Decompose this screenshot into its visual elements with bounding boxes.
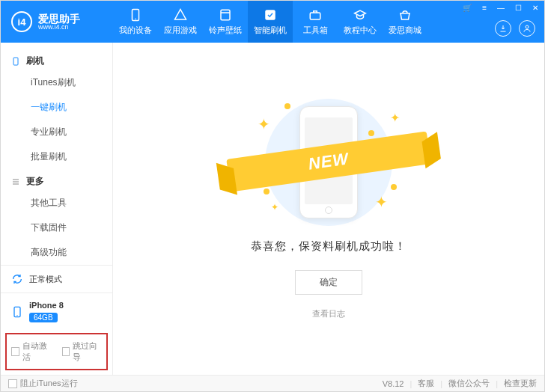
device-icon (11, 306, 23, 318)
nav-toolbox[interactable]: 工具箱 (293, 1, 338, 43)
cart-icon[interactable]: 🛒 (460, 2, 475, 13)
nav-label: 我的设备 (119, 25, 152, 36)
nav-store[interactable]: 爱思商城 (383, 1, 427, 43)
hat-icon (353, 8, 367, 22)
view-log-link[interactable]: 查看日志 (312, 308, 345, 319)
user-icon[interactable] (519, 20, 535, 37)
group-title: 刷机 (26, 55, 44, 67)
header-right (495, 20, 535, 37)
nav-apps[interactable]: 应用游戏 (158, 1, 203, 43)
link-check-update[interactable]: 检查更新 (504, 378, 537, 389)
group-title: 更多 (26, 175, 44, 188)
sidebar-group-more: 更多 (1, 169, 112, 191)
nav-tutorial[interactable]: 教程中心 (338, 1, 383, 43)
svg-point-5 (526, 25, 529, 28)
success-illustration: ✦ ✦ ✦ ✦ NEW (250, 99, 407, 226)
nav-label: 教程中心 (344, 25, 377, 36)
link-wechat[interactable]: 微信公众号 (448, 378, 490, 389)
svg-rect-6 (13, 58, 18, 65)
close-icon[interactable]: ✕ (529, 2, 541, 13)
nav-label: 爱思商城 (389, 25, 421, 36)
device-mode[interactable]: 正常模式 (1, 265, 112, 293)
maximize-icon[interactable]: ☐ (512, 2, 525, 13)
refresh-icon (11, 273, 23, 285)
ok-button[interactable]: 确定 (295, 270, 362, 295)
nav-label: 应用游戏 (164, 25, 197, 36)
store-icon (398, 8, 412, 22)
mode-label: 正常模式 (29, 274, 62, 285)
sidebar-item-itunes-flash[interactable]: iTunes刷机 (1, 70, 112, 95)
sidebar-item-onekey-flash[interactable]: 一键刷机 (1, 95, 112, 120)
checkbox-icon (62, 347, 70, 356)
list-icon (11, 177, 20, 187)
checkbox-block-itunes[interactable]: 阻止iTunes运行 (8, 378, 78, 389)
sidebar: 刷机 iTunes刷机 一键刷机 专业刷机 批量刷机 更多 其他工具 下载固件 … (1, 43, 113, 375)
toolbox-icon (308, 8, 322, 22)
sidebar-item-pro-flash[interactable]: 专业刷机 (1, 120, 112, 144)
checkbox-icon (11, 347, 19, 356)
checkbox-label: 跳过向导 (73, 340, 102, 363)
checkbox-label: 自动激活 (22, 340, 52, 363)
logo-badge: i4 (11, 11, 32, 32)
minimize-icon[interactable]: — (494, 2, 508, 13)
device-name: iPhone 8 (29, 301, 64, 310)
checkbox-skip-guide[interactable]: 跳过向导 (62, 340, 103, 363)
nav-label: 智能刷机 (254, 25, 287, 36)
main-content: ✦ ✦ ✦ ✦ NEW 恭喜您，保资料刷机成功啦！ 确定 查看日志 (113, 43, 544, 375)
svg-rect-3 (265, 10, 275, 20)
nav-label: 铃声壁纸 (209, 25, 242, 36)
checkbox-icon (8, 379, 17, 388)
device-info[interactable]: iPhone 8 64GB (1, 293, 112, 330)
window-controls: 🛒 ≡ — ☐ ✕ (460, 2, 541, 13)
svg-point-1 (135, 18, 136, 19)
storage-badge: 64GB (29, 313, 58, 322)
status-bar: 阻止iTunes运行 V8.12 | 客服 | 微信公众号 | 检查更新 (1, 375, 544, 391)
menu-icon[interactable]: ≡ (479, 2, 490, 13)
link-support[interactable]: 客服 (418, 378, 434, 389)
app-header: i4 爱思助手 www.i4.cn 我的设备 应用游戏 铃声壁纸 智能刷机 工具… (1, 1, 544, 43)
sidebar-group-flash: 刷机 (1, 49, 112, 70)
nav-flash[interactable]: 智能刷机 (248, 1, 293, 43)
ribbon-text: NEW (307, 149, 350, 174)
apps-icon (174, 8, 187, 22)
nav-label: 工具箱 (303, 25, 328, 36)
version-label: V8.12 (383, 379, 404, 388)
star-icon: ✦ (390, 111, 400, 125)
svg-rect-2 (221, 10, 230, 20)
star-icon: ✦ (271, 202, 278, 212)
logo-subtitle: www.i4.cn (38, 24, 80, 31)
checkbox-auto-activate[interactable]: 自动激活 (11, 340, 52, 363)
checkbox-label: 阻止iTunes运行 (20, 378, 78, 389)
svg-point-8 (16, 315, 17, 316)
flash-options-highlight: 自动激活 跳过向导 (5, 333, 108, 370)
sidebar-item-download-fw[interactable]: 下载固件 (1, 215, 112, 240)
top-nav: 我的设备 应用游戏 铃声壁纸 智能刷机 工具箱 教程中心 爱思商城 (113, 1, 427, 43)
star-icon: ✦ (375, 193, 388, 211)
phone-icon (129, 8, 142, 22)
success-message: 恭喜您，保资料刷机成功啦！ (251, 239, 407, 254)
star-icon: ✦ (258, 115, 270, 133)
flash-icon (264, 8, 277, 22)
music-icon (219, 8, 232, 22)
sidebar-item-other-tools[interactable]: 其他工具 (1, 191, 112, 215)
svg-rect-4 (310, 13, 320, 19)
logo-title: 爱思助手 (38, 13, 80, 24)
nav-ringtone[interactable]: 铃声壁纸 (203, 1, 248, 43)
download-icon[interactable] (495, 20, 511, 37)
nav-my-device[interactable]: 我的设备 (113, 1, 158, 43)
logo: i4 爱思助手 www.i4.cn (1, 11, 113, 32)
sidebar-item-advanced[interactable]: 高级功能 (1, 240, 112, 265)
sidebar-item-batch-flash[interactable]: 批量刷机 (1, 144, 112, 169)
phone-icon (11, 56, 20, 67)
